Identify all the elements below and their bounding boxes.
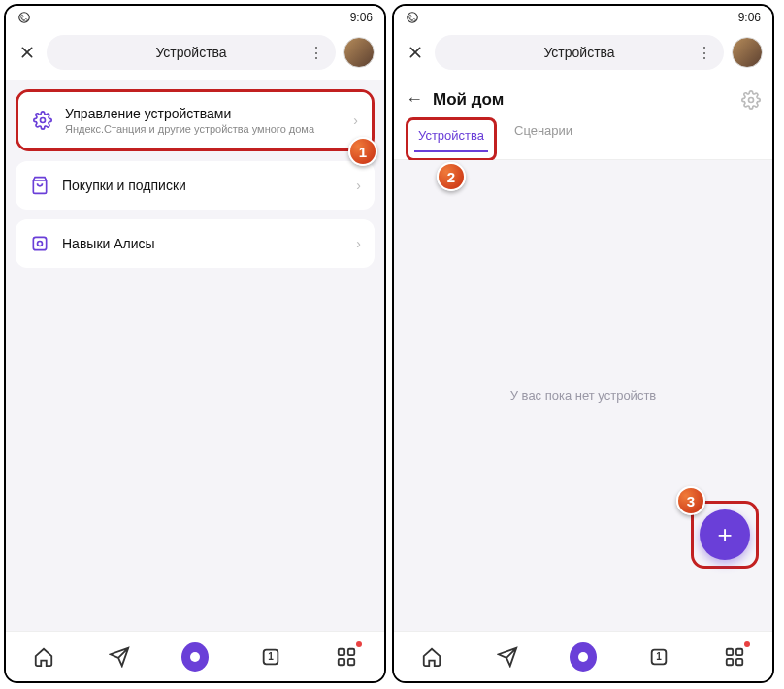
alice-icon — [570, 642, 597, 672]
card-title: Навыки Алисы — [62, 236, 344, 251]
alice-icon — [181, 642, 209, 672]
back-button[interactable]: ← — [406, 89, 423, 110]
svg-rect-14 — [727, 658, 733, 664]
svg-rect-7 — [339, 658, 344, 664]
more-icon[interactable]: ⋮ — [697, 44, 712, 62]
whatsapp-icon — [17, 11, 31, 24]
tab-count: 1 — [268, 651, 274, 662]
bag-icon — [29, 175, 50, 196]
svg-rect-13 — [736, 648, 742, 654]
svg-rect-2 — [33, 237, 46, 249]
svg-rect-6 — [348, 648, 354, 654]
tab-count: 1 — [656, 651, 662, 662]
empty-state: У вас пока нет устройств + 3 — [394, 160, 772, 631]
svg-rect-8 — [348, 658, 354, 664]
highlight-fab: + 3 — [691, 501, 759, 569]
status-bar: 9:06 — [6, 6, 384, 29]
nav-send[interactable] — [494, 643, 521, 671]
close-button[interactable] — [16, 41, 39, 64]
step-badge-1: 1 — [348, 137, 377, 166]
svg-point-1 — [41, 118, 46, 123]
nav-apps[interactable] — [721, 643, 748, 671]
more-icon[interactable]: ⋮ — [309, 44, 324, 62]
card-manage-devices[interactable]: Управление устройствами Яндекс.Станция и… — [18, 92, 372, 148]
card-subtitle: Яндекс.Станция и другие устройства умног… — [65, 123, 342, 135]
card-title: Покупки и подписки — [62, 178, 344, 193]
header: Устройства ⋮ — [394, 29, 772, 80]
highlight-devices-tab: Устройства 2 — [406, 117, 497, 161]
svg-point-3 — [38, 242, 43, 246]
highlight-manage-devices: Управление устройствами Яндекс.Станция и… — [16, 89, 375, 151]
nav-alice[interactable] — [570, 643, 597, 671]
status-time: 9:06 — [738, 11, 761, 24]
tabs: Устройства 2 Сценарии — [394, 110, 772, 160]
nav-home[interactable] — [418, 643, 445, 671]
gear-icon — [32, 110, 53, 131]
header: Устройства ⋮ — [6, 29, 384, 80]
header-title-pill: Устройства ⋮ — [47, 35, 336, 70]
empty-text: У вас пока нет устройств — [510, 388, 657, 403]
close-button[interactable] — [404, 41, 427, 64]
step-badge-3: 3 — [676, 486, 705, 515]
svg-rect-5 — [339, 648, 344, 654]
header-title-pill: Устройства ⋮ — [435, 35, 724, 70]
avatar[interactable] — [732, 37, 763, 68]
chevron-right-icon: › — [356, 236, 361, 251]
card-alice-skills[interactable]: Навыки Алисы › — [16, 219, 375, 268]
status-bar: 9:06 — [394, 6, 772, 29]
skills-icon — [29, 233, 50, 254]
card-title: Управление устройствами — [65, 106, 342, 121]
chevron-right-icon: › — [353, 113, 358, 128]
nav-apps[interactable] — [333, 643, 360, 671]
content-area: Управление устройствами Яндекс.Станция и… — [6, 80, 384, 631]
svg-point-10 — [749, 97, 754, 102]
whatsapp-icon — [406, 11, 419, 24]
nav-send[interactable] — [106, 643, 133, 671]
settings-button[interactable] — [741, 90, 761, 110]
subheader: ← Мой дом — [394, 80, 772, 110]
screenshot-right: 9:06 Устройства ⋮ ← Мой дом Устройства 2… — [392, 4, 774, 683]
svg-rect-15 — [736, 658, 742, 664]
avatar[interactable] — [343, 37, 375, 68]
card-purchases[interactable]: Покупки и подписки › — [16, 161, 375, 210]
screenshot-left: 9:06 Устройства ⋮ Управление устройствам… — [4, 4, 386, 683]
nav-tabs[interactable]: 1 — [257, 643, 284, 671]
status-time: 9:06 — [350, 11, 373, 24]
header-title: Устройства — [543, 45, 614, 60]
page-title: Мой дом — [433, 90, 732, 110]
tab-devices[interactable]: Устройства — [414, 122, 488, 152]
add-device-button[interactable]: + — [700, 509, 750, 560]
tab-scenarios[interactable]: Сценарии — [510, 117, 576, 159]
svg-rect-12 — [727, 648, 733, 654]
header-title: Устройства — [155, 45, 226, 60]
nav-tabs[interactable]: 1 — [645, 643, 672, 671]
chevron-right-icon: › — [356, 178, 361, 193]
bottom-nav: 1 — [394, 631, 772, 681]
step-badge-2: 2 — [437, 162, 466, 191]
nav-home[interactable] — [30, 643, 57, 671]
nav-alice[interactable] — [181, 643, 209, 671]
bottom-nav: 1 — [6, 631, 384, 681]
